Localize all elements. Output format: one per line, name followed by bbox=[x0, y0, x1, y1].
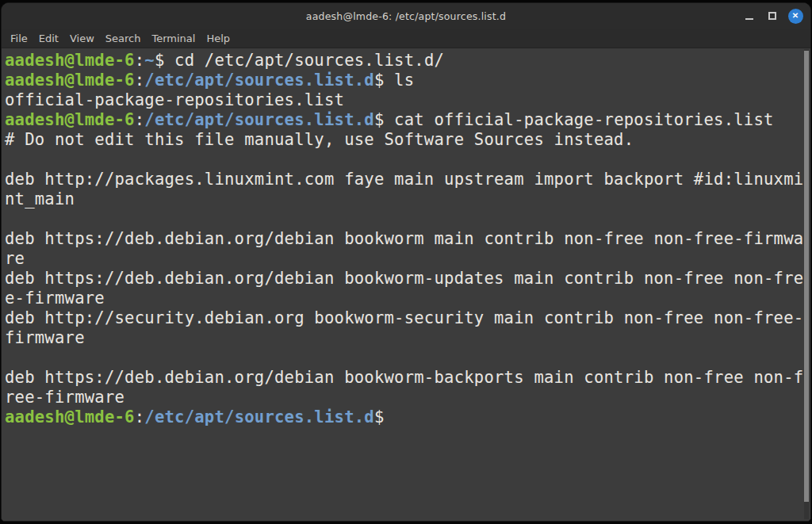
terminal-screen[interactable]: aadesh@lmde-6:~$ cd /etc/apt/sources.lis… bbox=[2, 49, 810, 521]
terminal-text: deb http://packages.linuxmint.com faye m… bbox=[5, 170, 803, 189]
desktop: { "window": { "title": "aadesh@lmde-6: /… bbox=[0, 0, 812, 524]
close-button[interactable]: ✕ bbox=[787, 8, 803, 24]
scrollbar[interactable] bbox=[804, 49, 809, 519]
terminal-text: deb http://security.debian.org bookworm-… bbox=[5, 308, 803, 327]
terminal-line: deb http://packages.linuxmint.com faye m… bbox=[5, 170, 810, 189]
terminal-line: aadesh@lmde-6:/etc/apt/sources.list.d$ l… bbox=[5, 71, 810, 90]
menu-item-edit[interactable]: Edit bbox=[33, 33, 64, 44]
menu-item-terminal[interactable]: Terminal bbox=[146, 33, 201, 44]
window-controls: ✕ bbox=[741, 3, 803, 29]
terminal-text: $ bbox=[374, 407, 385, 426]
prompt-path: ~ bbox=[144, 51, 155, 70]
terminal-text: deb https://deb.debian.org/debian bookwo… bbox=[5, 229, 803, 248]
terminal-line: official-package-repositories.list bbox=[5, 90, 810, 110]
terminal-line: e-firmware bbox=[5, 289, 810, 308]
terminal-line: aadesh@lmde-6:~$ cd /etc/apt/sources.lis… bbox=[5, 51, 810, 71]
scrollbar-thumb[interactable] bbox=[804, 51, 809, 502]
terminal-text: : bbox=[135, 110, 145, 129]
terminal-text: official-package-repositories.list bbox=[5, 90, 344, 109]
prompt-path: /etc/apt/sources.list.d bbox=[144, 110, 374, 129]
close-icon: ✕ bbox=[788, 9, 803, 24]
terminal-text: nt_main bbox=[5, 189, 75, 208]
terminal-text: deb https://deb.debian.org/debian bookwo… bbox=[5, 368, 803, 387]
terminal-line: ree-firmware bbox=[5, 388, 810, 407]
terminal-text: : bbox=[135, 71, 145, 90]
minimize-button[interactable] bbox=[741, 8, 757, 24]
prompt-user-host: aadesh@lmde-6 bbox=[5, 51, 135, 70]
terminal-line: # Do not edit this file manually, use So… bbox=[5, 130, 810, 150]
maximize-icon bbox=[768, 12, 776, 20]
terminal-line: deb https://deb.debian.org/debian bookwo… bbox=[5, 269, 810, 289]
terminal-line: nt_main bbox=[5, 189, 810, 209]
terminal-text: ree-firmware bbox=[5, 388, 124, 407]
prompt-path: /etc/apt/sources.list.d bbox=[144, 407, 374, 426]
minimize-icon bbox=[745, 18, 753, 20]
terminal-line bbox=[5, 209, 810, 229]
window-title: aadesh@lmde-6: /etc/apt/sources.list.d bbox=[306, 10, 506, 22]
terminal-line: aadesh@lmde-6:/etc/apt/sources.list.d$ c… bbox=[5, 110, 810, 130]
terminal-text: firmware bbox=[5, 328, 85, 347]
terminal-text: : bbox=[135, 407, 145, 426]
terminal-line: re bbox=[5, 249, 810, 269]
titlebar[interactable]: aadesh@lmde-6: /etc/apt/sources.list.d ✕ bbox=[2, 3, 810, 29]
menu-item-view[interactable]: View bbox=[64, 33, 100, 44]
terminal-line: deb https://deb.debian.org/debian bookwo… bbox=[5, 368, 810, 388]
prompt-path: /etc/apt/sources.list.d bbox=[144, 71, 374, 90]
menubar: FileEditViewSearchTerminalHelp bbox=[2, 29, 810, 48]
terminal-line bbox=[5, 348, 810, 368]
prompt-user-host: aadesh@lmde-6 bbox=[5, 407, 135, 426]
terminal-text: : bbox=[135, 51, 145, 70]
prompt-user-host: aadesh@lmde-6 bbox=[5, 71, 135, 90]
terminal-line bbox=[5, 150, 810, 170]
terminal-line: deb https://deb.debian.org/debian bookwo… bbox=[5, 229, 810, 249]
prompt-user-host: aadesh@lmde-6 bbox=[5, 110, 135, 129]
terminal-text: # Do not edit this file manually, use So… bbox=[5, 130, 634, 149]
terminal-line: aadesh@lmde-6:/etc/apt/sources.list.d$ bbox=[5, 407, 810, 427]
terminal-line: deb http://security.debian.org bookworm-… bbox=[5, 308, 810, 328]
terminal-text: $ ls bbox=[374, 71, 414, 90]
menu-item-search[interactable]: Search bbox=[100, 33, 147, 44]
terminal-text: $ cat official-package-repositories.list bbox=[374, 110, 774, 129]
terminal-line: firmware bbox=[5, 328, 810, 348]
terminal-text: $ cd /etc/apt/sources.list.d/ bbox=[155, 51, 444, 70]
terminal-text: e-firmware bbox=[5, 289, 105, 308]
menu-item-help[interactable]: Help bbox=[201, 33, 236, 44]
terminal-text: re bbox=[5, 249, 25, 268]
terminal-text: deb https://deb.debian.org/debian bookwo… bbox=[5, 269, 803, 288]
menu-item-file[interactable]: File bbox=[5, 33, 33, 44]
terminal-window: aadesh@lmde-6: /etc/apt/sources.list.d ✕… bbox=[1, 2, 811, 522]
maximize-button[interactable] bbox=[764, 8, 780, 24]
